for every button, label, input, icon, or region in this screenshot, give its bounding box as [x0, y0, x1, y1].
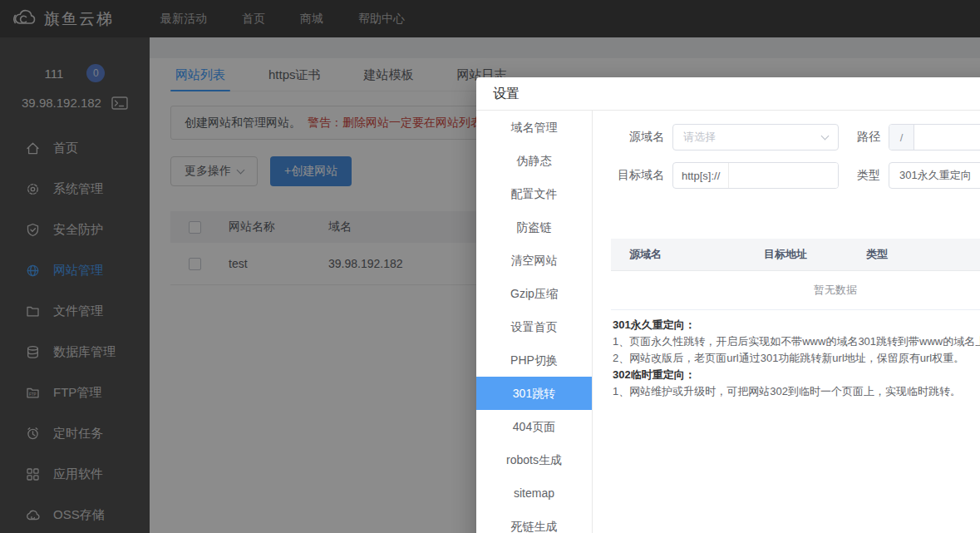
rt-col-target: 目标地址: [736, 239, 835, 270]
settings-menu-sitemap[interactable]: sitemap: [476, 476, 592, 510]
select-placeholder: 请选择: [683, 130, 716, 145]
settings-menu-robots[interactable]: robots生成: [476, 443, 592, 476]
form-row-1: 源域名 请选择 路径 /: [593, 124, 980, 151]
source-domain-select[interactable]: 请选择: [672, 124, 839, 151]
help-line: 1、页面永久性跳转，开启后实现如不带www的域名301跳转到带www的域名上。: [613, 333, 980, 350]
settings-menu-hotlink[interactable]: 防盗链: [476, 210, 592, 244]
settings-menu-gzip[interactable]: Gzip压缩: [476, 277, 592, 310]
rt-col-type: 类型: [835, 239, 918, 270]
help-line: 1、网站维护或升级时，可把网站302到临时一个页面上，实现临时跳转。: [613, 383, 980, 400]
form-row-2: 目标域名 http[s]:// 类型 301永久重定向: [593, 162, 980, 189]
help-heading-302: 302临时重定向：: [613, 367, 980, 383]
path-input[interactable]: [914, 125, 980, 150]
select-value: 301永久重定向: [899, 168, 972, 183]
chevron-down-icon: [821, 131, 830, 140]
settings-menu-301[interactable]: 301跳转: [476, 377, 592, 410]
target-input-group: http[s]://: [672, 162, 839, 189]
source-domain-label: 源域名: [593, 130, 664, 145]
redirect-table-header: 源域名 目标地址 类型: [611, 239, 980, 270]
redirect-type-select[interactable]: 301永久重定向: [889, 162, 980, 189]
settings-menu: 域名管理 伪静态 配置文件 防盗链 清空网站 Gzip压缩 设置首页 PHP切换…: [476, 111, 593, 533]
help-heading-301: 301永久重定向：: [613, 317, 980, 333]
path-input-group: /: [889, 124, 980, 151]
settings-menu-rewrite[interactable]: 伪静态: [476, 144, 592, 177]
modal-body: 域名管理 伪静态 配置文件 防盗链 清空网站 Gzip压缩 设置首页 PHP切换…: [476, 111, 980, 533]
settings-menu-index[interactable]: 设置首页: [476, 310, 592, 343]
settings-menu-deadlink[interactable]: 死链生成: [476, 510, 592, 533]
redirect-panel: 源域名 请选择 路径 / 目标域名 http[s]:// 类型: [593, 111, 980, 533]
modal-title: 设置: [476, 77, 980, 111]
settings-menu-php[interactable]: PHP切换: [476, 343, 592, 377]
settings-menu-config[interactable]: 配置文件: [476, 177, 592, 210]
settings-menu-404[interactable]: 404页面: [476, 410, 592, 443]
target-domain-label: 目标域名: [593, 168, 664, 183]
empty-row: 暂无数据: [611, 270, 980, 309]
redirect-help: 301永久重定向： 1、页面永久性跳转，开启后实现如不带www的域名301跳转到…: [613, 317, 980, 400]
protocol-prefix: http[s]://: [673, 163, 729, 188]
type-label: 类型: [857, 168, 880, 183]
help-line: 2、网站改版后，老页面url通过301功能跳转新url地址，保留原有url权重。: [613, 350, 980, 367]
empty-data-text: 暂无数据: [611, 270, 980, 309]
path-prefix: /: [889, 125, 914, 150]
target-domain-input[interactable]: [729, 163, 838, 188]
settings-menu-domain[interactable]: 域名管理: [476, 111, 592, 144]
settings-menu-clear[interactable]: 清空网站: [476, 244, 592, 277]
settings-modal: 设置 域名管理 伪静态 配置文件 防盗链 清空网站 Gzip压缩 设置首页 PH…: [476, 77, 980, 533]
path-label: 路径: [857, 130, 880, 145]
rt-col-extra: [918, 239, 980, 270]
rt-col-source: 源域名: [611, 239, 736, 270]
redirect-rules-table: 源域名 目标地址 类型 暂无数据: [611, 239, 980, 310]
